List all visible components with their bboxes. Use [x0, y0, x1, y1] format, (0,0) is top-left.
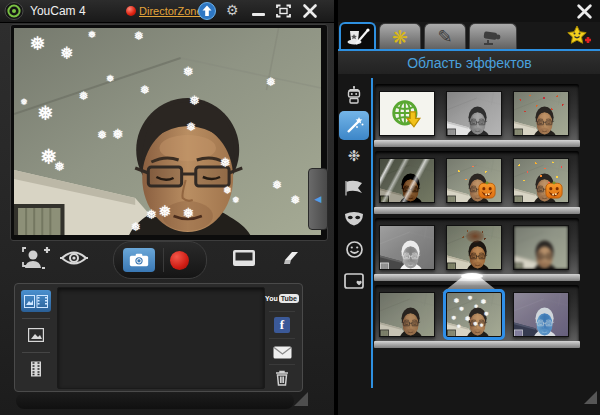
snowflake-icon: ❅ — [266, 76, 276, 88]
snapshot-button[interactable] — [123, 248, 155, 272]
category-masks[interactable] — [339, 204, 369, 233]
snowflake-icon: ❅ — [112, 127, 124, 141]
effects-shelf-row-2 — [375, 151, 579, 214]
snowflake-icon: ❅ — [97, 129, 107, 141]
effect-halloween-pumpkin[interactable] — [446, 158, 502, 203]
snowflake-icon: ❅ — [29, 34, 45, 53]
delete-media-button[interactable] — [265, 366, 299, 390]
effects-header-label: Область эффектов — [407, 55, 532, 71]
snowflake-icon: ❅ — [480, 298, 486, 305]
filter-all-media-button[interactable] — [21, 290, 51, 312]
filter-videos-button[interactable] — [21, 358, 51, 380]
effects-panel-window: ❋ ✎ Область эффектов — [337, 0, 600, 415]
captured-media-list[interactable] — [57, 287, 265, 389]
category-magic-effects[interactable] — [339, 111, 369, 140]
email-envelope-icon — [273, 346, 292, 359]
tab-effects-room[interactable] — [339, 22, 376, 50]
effect-snow-selected[interactable]: ❅❅❅❅❅❅❅❅❅❅❅ — [446, 292, 502, 337]
settings-gear-icon[interactable]: ⚙ — [226, 2, 239, 18]
minimize-button[interactable] — [252, 13, 265, 16]
sparkle-icon: ❋ — [392, 28, 408, 47]
snowflake-icon: ❅ — [140, 84, 150, 96]
snowflake-icon: ❅ — [37, 103, 54, 123]
add-effects-star-icon[interactable] — [566, 25, 592, 48]
camera-icon — [129, 253, 149, 267]
close-button[interactable] — [576, 3, 593, 20]
resize-handle[interactable] — [584, 391, 597, 404]
magic-hat-wand-icon — [346, 27, 370, 47]
effect-download-more[interactable] — [379, 91, 435, 136]
snowflake-icon: ❅ — [131, 221, 141, 233]
media-filter-column — [19, 288, 53, 386]
share-column: YouTube f — [265, 286, 299, 388]
titlebar: YouCam 4 DirectorZone ⚙ — [0, 0, 334, 23]
trash-bin-icon — [275, 370, 289, 386]
screen-frame-icon — [232, 249, 256, 267]
chevron-left-icon: ◀ — [315, 194, 322, 204]
record-button[interactable] — [170, 251, 189, 270]
mask-icon — [344, 212, 364, 226]
snowflake-icon: ❅ — [134, 30, 144, 42]
tab-surveillance[interactable] — [469, 23, 517, 50]
effect-original[interactable] — [379, 292, 435, 337]
effect-light-rays[interactable] — [379, 158, 435, 203]
robot-icon — [345, 86, 363, 104]
snowflake-icon: ❅ — [106, 74, 114, 84]
share-facebook-button[interactable]: f — [265, 313, 299, 337]
ribbon-banner-icon — [344, 180, 364, 196]
snowflake-icon: ❅ — [468, 295, 473, 301]
effect-sketch-negative[interactable] — [379, 225, 435, 270]
effect-grayscale[interactable] — [446, 91, 502, 136]
category-frames[interactable] — [339, 266, 369, 295]
snowflake-icon: ❅ — [232, 196, 240, 205]
snowflake-icon: ❅ — [78, 90, 88, 102]
snowflake-icon: ❅ — [474, 304, 478, 309]
snowflake-icon: ❅ — [272, 179, 282, 191]
rays-overlay — [380, 159, 434, 202]
category-emotions[interactable] — [339, 235, 369, 264]
effect-confetti-pumpkin[interactable] — [513, 158, 569, 203]
snowflake-icon: ❅ — [290, 194, 300, 206]
face-login-button[interactable] — [20, 244, 52, 272]
close-button[interactable] — [302, 3, 318, 19]
webcam-preview: ❅❅❅❅❅❅❅❅❅❅❅❅❅❅❅❅❅❅❅❅❅❅❅❅❅❅ — [14, 28, 321, 235]
snowflake-icon: ❅ — [465, 315, 471, 322]
effect-particle-dissolve[interactable] — [446, 225, 502, 270]
window-footer — [16, 393, 294, 409]
effects-shelf-row-3 — [375, 218, 579, 281]
filter-photos-button[interactable] — [21, 324, 51, 346]
maximize-button[interactable] — [276, 4, 291, 18]
fullscreen-frame-button[interactable] — [228, 244, 260, 272]
magic-wand-icon — [344, 116, 364, 135]
snowflake-icon: ❅ — [183, 65, 194, 78]
capture-controls — [113, 241, 207, 279]
effect-soft-blur[interactable] — [513, 225, 569, 270]
resize-handle[interactable] — [294, 392, 308, 406]
tab-draw[interactable]: ✎ — [424, 23, 466, 50]
pencil-icon: ✎ — [437, 28, 452, 46]
dissolve-overlay — [447, 226, 501, 269]
category-avatar[interactable] — [339, 80, 369, 109]
upgrade-icon[interactable] — [198, 2, 216, 20]
effect-blue-negative[interactable] — [513, 292, 569, 337]
app-title: YouCam 4 — [30, 4, 86, 18]
share-email-button[interactable] — [265, 340, 299, 364]
divider — [269, 364, 295, 365]
category-particles[interactable]: ❉ — [339, 142, 369, 171]
directorzone-link[interactable]: DirectorZone — [139, 5, 203, 17]
snowflake-icon: ❅ — [88, 30, 96, 40]
all-media-icon — [24, 295, 48, 308]
preview-eye-button[interactable] — [58, 244, 90, 272]
share-youtube-button[interactable]: YouTube — [265, 286, 299, 310]
category-ribbons[interactable] — [339, 173, 369, 202]
shelf-lip — [374, 207, 580, 214]
snowflake-icon: ❅ — [484, 311, 489, 317]
particles-icon: ❉ — [348, 149, 361, 164]
tab-gadgets[interactable]: ❋ — [379, 23, 421, 50]
snowflake-icon: ❅ — [220, 156, 231, 169]
snowflake-icon: ❅ — [183, 206, 195, 220]
photo-icon — [28, 328, 44, 342]
collapse-panel-handle[interactable]: ◀ — [308, 168, 328, 230]
effect-autumn-leaves[interactable] — [513, 91, 569, 136]
eraser-button[interactable] — [274, 244, 306, 272]
